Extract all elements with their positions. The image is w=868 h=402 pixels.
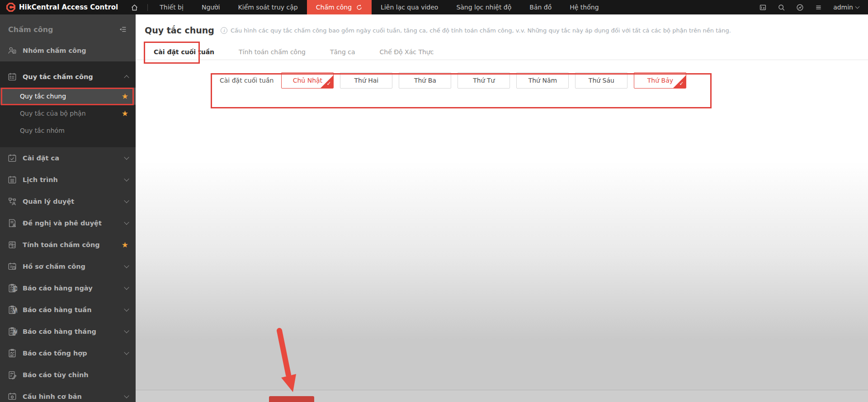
sidebar-item-attendance-group[interactable]: Nhóm chấm công: [0, 40, 136, 61]
sidebar-item-custom-report[interactable]: Báo cáo tùy chỉnh: [0, 364, 136, 386]
nav-item-access-control[interactable]: Kiểm soát truy cập: [229, 0, 307, 14]
nav-item-attendance[interactable]: Chấm công: [307, 0, 372, 14]
chevron-down-icon: [855, 5, 860, 9]
day-button-saturday[interactable]: Thứ Bảy: [634, 72, 686, 89]
tab-weekend-settings[interactable]: Cài đặt cuối tuần: [145, 44, 223, 60]
nav-right-tools: admin: [759, 4, 868, 11]
search-icon[interactable]: [778, 4, 785, 11]
tab-overtime[interactable]: Tăng ca: [321, 44, 364, 60]
day-button-monday[interactable]: Thứ Hai: [340, 72, 392, 89]
sidebar-item-monthly-report[interactable]: Báo cáo hàng tháng: [0, 321, 136, 342]
nav-item-map[interactable]: Bản đồ: [520, 0, 561, 14]
day-label: Thứ Ba: [414, 77, 436, 84]
nav-item-temperature-screening[interactable]: Sàng lọc nhiệt độ: [447, 0, 520, 14]
home-button[interactable]: [124, 0, 145, 14]
selected-check-icon: [673, 75, 686, 88]
star-icon[interactable]: ★: [122, 93, 128, 100]
day-label: Thứ Tư: [473, 77, 495, 84]
sidebar-top-section: Chấm công Nhóm chấm công: [0, 14, 136, 61]
sidebar-item-label: Quy tắc chấm công: [23, 73, 93, 80]
tab-authentication-mode[interactable]: Chế Độ Xác Thực: [371, 44, 443, 60]
main-content: Quy tắc chung i Cấu hình các quy tắc chấ…: [136, 14, 868, 402]
menu-icon[interactable]: [815, 4, 822, 11]
chevron-down-icon: [124, 220, 129, 224]
nav-item-attendance-label: Chấm công: [316, 0, 352, 14]
star-icon[interactable]: ★: [122, 110, 128, 117]
calculator-icon: [7, 240, 17, 250]
page-description: i Cấu hình các quy tắc chấm công bao gồm…: [221, 27, 731, 34]
sidebar-item-label: Cài đặt ca: [23, 154, 59, 162]
report-monthly-icon: [7, 327, 17, 337]
nav-item-devices[interactable]: Thiết bị: [151, 0, 193, 14]
people-icon: [7, 46, 17, 56]
sidebar-group-attendance-rules: Quy tắc chấm công Quy tắc chung ★ Quy tắ…: [0, 61, 136, 147]
nav-item-person[interactable]: Người: [193, 0, 229, 14]
sidebar-item-attendance-rules[interactable]: Quy tắc chấm công: [0, 66, 136, 88]
save-button[interactable]: [269, 396, 314, 402]
sidebar-item-summary-report[interactable]: Báo cáo tổng hợp: [0, 342, 136, 364]
sidebar-item-basic-configuration[interactable]: Cấu hình cơ bản: [0, 386, 136, 402]
chevron-down-icon: [124, 350, 129, 355]
calendar-clock-icon: [7, 262, 17, 271]
sidebar-subitem-group-rule[interactable]: Quy tắc nhóm: [0, 122, 136, 139]
collapse-sidebar-icon[interactable]: [119, 25, 127, 33]
chevron-down-icon: [124, 285, 129, 290]
sidebar-subitem-department-rule[interactable]: Quy tắc của bộ phận ★: [0, 105, 136, 122]
day-button-thursday[interactable]: Thứ Năm: [516, 72, 569, 89]
sidebar-item-label: Nhóm chấm công: [23, 47, 86, 54]
sidebar-item-label: Hồ sơ chấm công: [23, 263, 85, 270]
day-button-sunday[interactable]: Chủ Nhật: [281, 72, 334, 89]
sidebar-subitem-label: Quy tắc chung: [20, 93, 66, 100]
day-label: Thứ Hai: [354, 77, 379, 84]
sidebar-item-approval-management[interactable]: Quản lý duyệt: [0, 191, 136, 212]
sidebar-item-label: Báo cáo tổng hợp: [23, 350, 87, 357]
sidebar-item-attendance-calculation[interactable]: Tính toán chấm công ★: [0, 234, 136, 256]
report-daily-icon: [7, 283, 17, 293]
day-label: Thứ Năm: [528, 77, 557, 84]
sidebar-item-daily-report[interactable]: Báo cáo hàng ngày: [0, 277, 136, 299]
info-icon: i: [221, 27, 227, 34]
day-label: Thứ Sáu: [589, 77, 614, 84]
sidebar-item-request-approval[interactable]: Đề nghị và phê duyệt: [0, 212, 136, 234]
sidebar-item-attendance-records[interactable]: Hồ sơ chấm công: [0, 256, 136, 277]
nav-item-system[interactable]: Hệ thống: [561, 0, 608, 14]
page-header: Quy tắc chung i Cấu hình các quy tắc chấ…: [136, 14, 868, 35]
sidebar-item-label: Quản lý duyệt: [23, 198, 74, 205]
nav-item-video-intercom[interactable]: Liên lạc qua video: [372, 0, 447, 14]
main-menu: Thiết bị Người Kiểm soát truy cập Chấm c…: [151, 0, 608, 14]
sidebar-item-label: Báo cáo tùy chỉnh: [23, 371, 89, 379]
star-icon[interactable]: ★: [122, 241, 128, 249]
calendar-rules-icon: [7, 72, 17, 82]
sidebar-subitem-general-rule[interactable]: Quy tắc chung ★: [0, 88, 136, 105]
sidebar-subitem-label: Quy tắc nhóm: [20, 127, 65, 134]
sidebar-item-schedule[interactable]: Lịch trình: [0, 169, 136, 191]
page-description-text: Cấu hình các quy tắc chấm công bao gồm n…: [231, 27, 731, 34]
sidebar-item-label: Báo cáo hàng tháng: [23, 328, 96, 335]
help-icon[interactable]: [796, 4, 804, 11]
brand: HikCentral Access Control: [0, 3, 124, 12]
refresh-icon[interactable]: [356, 4, 363, 11]
sidebar-item-shift-settings[interactable]: Cài đặt ca: [0, 147, 136, 169]
tab-bar: Cài đặt cuối tuần Tính toán chấm công Tă…: [136, 43, 868, 60]
chevron-down-icon: [124, 198, 129, 203]
selected-check-icon: [321, 75, 333, 88]
day-button-friday[interactable]: Thứ Sáu: [575, 72, 627, 89]
home-icon: [131, 4, 138, 11]
chevron-up-icon: [124, 75, 129, 80]
calendar-gear-icon: [7, 392, 17, 402]
brand-title: HikCentral Access Control: [19, 3, 118, 11]
sidebar-title: Chấm công: [8, 25, 53, 34]
day-button-tuesday[interactable]: Thứ Ba: [399, 72, 451, 89]
username: admin: [833, 4, 853, 11]
sidebar-item-label: Báo cáo hàng tuần: [23, 306, 91, 313]
chevron-down-icon: [124, 154, 129, 159]
top-navigation-bar: HikCentral Access Control Thiết bị Người…: [0, 0, 868, 14]
wizard-icon[interactable]: [759, 4, 767, 11]
day-button-wednesday[interactable]: Thứ Tư: [458, 72, 510, 89]
sidebar: Chấm công Nhóm chấm công Quy tắc chấm cô…: [0, 14, 136, 402]
tab-attendance-calculation[interactable]: Tính toán chấm công: [230, 44, 315, 60]
chevron-down-icon: [124, 306, 129, 311]
sidebar-item-label: Báo cáo hàng ngày: [23, 285, 93, 292]
sidebar-item-weekly-report[interactable]: Báo cáo hàng tuần: [0, 299, 136, 321]
user-menu[interactable]: admin: [833, 4, 859, 11]
